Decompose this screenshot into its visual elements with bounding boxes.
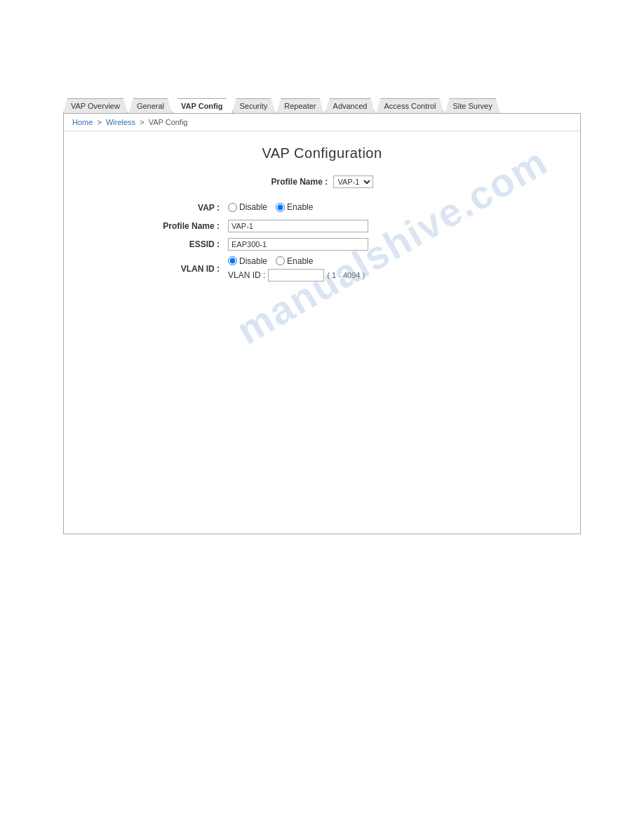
tab-label: Security	[240, 102, 268, 110]
main-content-box: Home > Wireless > VAP Config manualshive…	[63, 113, 581, 534]
tab-general[interactable]: General	[129, 98, 172, 113]
vap-config-form: VAP : Disable Enable	[126, 199, 518, 284]
profile-name-field-cell	[224, 217, 518, 235]
breadcrumb-wireless-link[interactable]: Wireless	[106, 118, 135, 126]
vlan-disable-label: Disable	[239, 256, 267, 266]
profile-name-field-row: Profile Name :	[126, 217, 518, 235]
vap-disable-radio[interactable]	[228, 203, 237, 212]
vap-label: VAP :	[126, 199, 224, 217]
vlan-enable-radio[interactable]	[276, 256, 285, 265]
tab-label: Site Survey	[452, 102, 492, 110]
vlan-disable-option[interactable]: Disable	[228, 256, 267, 266]
page-title: VAP Configuration	[85, 145, 559, 161]
tab-bar: VAP Overview General VAP Config Security…	[0, 98, 644, 113]
essid-label: ESSID :	[126, 235, 224, 253]
vlan-id-row: VLAN ID : Disable Enable	[126, 253, 518, 285]
vap-radio-group: Disable Enable	[228, 202, 313, 212]
profile-name-input[interactable]	[228, 220, 368, 232]
tab-advanced[interactable]: Advanced	[326, 98, 375, 113]
essid-row: ESSID :	[126, 235, 518, 253]
vlan-radio-group: Disable Enable	[228, 256, 313, 266]
tab-site-survey[interactable]: Site Survey	[445, 98, 499, 113]
vlan-range: ( 1 - 4094 )	[327, 271, 365, 279]
form-area: manualshive.com VAP Configuration Profil…	[64, 131, 580, 305]
tab-vap-overview[interactable]: VAP Overview	[63, 98, 128, 113]
tab-access-control[interactable]: Access Control	[376, 98, 443, 113]
vap-enable-label: Enable	[287, 202, 313, 212]
vlan-id-field-label: VLAN ID :	[228, 270, 265, 280]
breadcrumb-sep2: >	[140, 118, 144, 126]
vlan-id-field-row: VLAN ID : ( 1 - 4094 )	[228, 269, 514, 282]
breadcrumb: Home > Wireless > VAP Config	[64, 114, 580, 131]
vlan-id-input[interactable]	[268, 269, 324, 282]
vap-enable-option[interactable]: Enable	[276, 202, 313, 212]
essid-value-cell	[224, 235, 518, 253]
profile-name-row: Profile Name : VAP-1 VAP-2 VAP-3 VAP-4	[85, 176, 559, 188]
tab-label: General	[137, 102, 164, 110]
essid-input[interactable]	[228, 238, 368, 251]
profile-name-selector-label: Profile Name :	[271, 177, 328, 187]
tab-label: Repeater	[284, 102, 316, 110]
tab-label: VAP Config	[181, 102, 222, 110]
breadcrumb-current: VAP Config	[149, 118, 188, 126]
tab-label: Advanced	[333, 102, 368, 110]
profile-name-select[interactable]: VAP-1 VAP-2 VAP-3 VAP-4	[333, 176, 373, 188]
breadcrumb-home-link[interactable]: Home	[72, 118, 93, 126]
profile-name-field-label: Profile Name :	[126, 217, 224, 235]
vlan-id-value-cell: Disable Enable VLAN ID : ( 1 - 4094 )	[224, 253, 518, 285]
tab-label: VAP Overview	[71, 102, 120, 110]
vlan-enable-label: Enable	[287, 256, 313, 266]
vap-row: VAP : Disable Enable	[126, 199, 518, 217]
tab-repeater[interactable]: Repeater	[276, 98, 323, 113]
tab-security[interactable]: Security	[232, 98, 276, 113]
tab-label: Access Control	[384, 102, 436, 110]
vap-disable-option[interactable]: Disable	[228, 202, 267, 212]
vap-value-cell: Disable Enable	[224, 199, 518, 217]
vlan-disable-radio[interactable]	[228, 256, 237, 265]
vap-disable-label: Disable	[239, 202, 267, 212]
vlan-enable-option[interactable]: Enable	[276, 256, 313, 266]
breadcrumb-sep1: >	[97, 118, 101, 126]
vap-enable-radio[interactable]	[276, 203, 285, 212]
tab-vap-config[interactable]: VAP Config	[173, 98, 230, 113]
vlan-id-label: VLAN ID :	[126, 253, 224, 285]
